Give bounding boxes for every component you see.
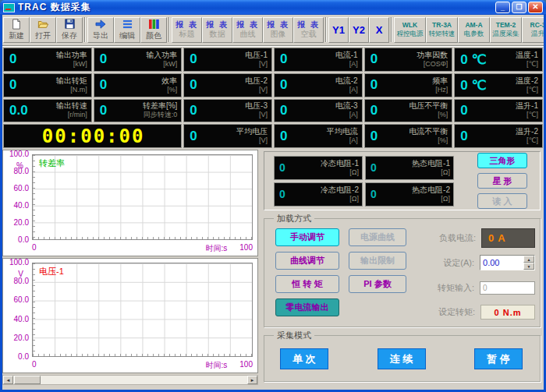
collection-button-2[interactable]: 连 续 [378,348,426,369]
report-button-3[interactable]: 报 表曲线 [232,17,263,43]
set-current-value[interactable]: 0.00 [480,256,523,270]
device-button-2[interactable]: TR-3A转矩转速 [426,17,458,43]
set-current-spinner[interactable]: 0.00 ▲ ▼ [480,255,535,270]
meter-unit: [V] [245,60,268,69]
meter-cell: 0电流-3[A] [274,99,363,123]
meter-unit: [Hz] [432,86,448,94]
resistance-label: 热态电阻-1 [412,159,450,168]
scroll-right-icon[interactable]: ► [247,376,257,384]
resistance-value: 0 [370,188,377,200]
app-icon [3,3,15,12]
color-button[interactable]: 颜色 [140,17,167,43]
spinner-up-icon[interactable]: ▲ [523,256,534,263]
meter-label: 输出功率 [56,51,87,60]
y-tick-label: 100.0 [9,258,29,267]
device-button-line1: RC-3 [530,21,544,30]
y-tick-label: 0.0 [18,352,29,361]
axis-button-y2[interactable]: Y2 [349,17,369,43]
device-button-line2: 电参数 [464,30,484,38]
report-button-line1: 报 表 [206,20,229,30]
report-button-line2: 标题 [179,30,195,40]
open-button-label: 打开 [35,30,51,41]
colors-icon [149,18,159,30]
meter-unit: [A] [335,60,358,69]
report-button-2[interactable]: 报 表数据 [202,17,232,43]
resistance-label-block: 热态电阻-1[Ω] [412,159,450,177]
meter-value: 0.0 [9,103,28,118]
axis-button-y1[interactable]: Y1 [328,17,349,43]
edit-button[interactable]: 编辑 [114,17,140,43]
meter-cell: 0温升-1[℃] [454,99,543,123]
minimize-icon[interactable]: _ [495,2,510,13]
meter-unit: [r/min] [56,111,87,119]
meter-value: 0 [100,51,107,67]
save-button[interactable]: 保存 [56,17,83,43]
device-button-3[interactable]: AM-A电参数 [458,17,490,43]
meter-label-block: 输入功率[kW] [146,51,177,69]
meter-value: 0 [460,129,467,144]
meter-unit: [V] [245,86,268,94]
device-button-5[interactable]: RC-3温升 [522,17,544,43]
meter-label: 频率 [432,76,448,86]
meter-value: 0 [190,103,197,118]
chart-scrollbar[interactable]: ◄ ► [2,375,258,385]
loading-mode-button-4[interactable]: 零电流输出 [275,298,339,316]
plot-area: 电压-1 [32,263,253,357]
meter-unit: [℃] [516,60,538,69]
resistance-buttons: 三角形星 形读 入 [477,153,527,209]
loading-mode-button-2[interactable]: 曲线调节 [275,252,339,270]
meter-cell: 0输出功率[kW] [3,48,92,72]
meter-unit: [N.m] [56,86,87,94]
loading-mode-button-1[interactable]: 手动调节 [275,228,339,246]
y-tick-label: 40.0 [14,315,29,323]
restore-icon[interactable]: ❐ [512,2,526,13]
meter-label-block: 功率因数[COSΦ] [417,51,448,69]
x-tick-start: 0 [32,243,37,254]
right-panel: 0冷态电阻-1[Ω]0热态电阻-1[Ω]0冷态电阻-2[Ω]0热态电阻-2[Ω]… [259,150,544,383]
spinner-down-icon[interactable]: ▼ [523,263,534,270]
plot-area: 转差率 [32,154,253,240]
x-axis-label: 时间:s [206,360,228,371]
device-button-1[interactable]: WLK程控电源 [394,17,426,43]
meter-label-block: 效率[%] [161,76,177,94]
collection-button-3[interactable]: 暂 停 [474,348,523,369]
axis-button-x[interactable]: X [369,17,389,43]
meter-value: 0 [370,103,378,118]
scrollbar-thumb[interactable] [14,376,41,384]
close-icon[interactable]: ✕ [528,2,543,13]
loading-aux-button-3[interactable]: PI 参数 [349,275,406,293]
resistance-grid: 0冷态电阻-1[Ω]0热态电阻-1[Ω]0冷态电阻-2[Ω]0热态电阻-2[Ω] [274,156,454,207]
report-button-5[interactable]: 报 表空载 [293,17,324,43]
toolbar: 新建 打开 保存 导出 [2,15,544,44]
meter-unit: [℃] [516,111,538,119]
x-tick-end: 100 [239,243,253,254]
meter-value: 0 ℃ [460,77,486,94]
meter-label: 电压-3 [245,101,268,111]
client-area: 新建 打开 保存 导出 [2,15,544,390]
meter-unit: 同步转速:0 [143,111,177,119]
device-button-4[interactable]: TEM-2温度采集 [490,17,522,43]
new-button-label: 新建 [9,30,24,41]
meter-unit: [A] [335,86,358,94]
meter-label-block: 温升-2[℃] [516,127,538,145]
resistance-cell: 0冷态电阻-1[Ω] [274,156,363,180]
report-button-1[interactable]: 报 表标题 [172,17,202,43]
collection-button-1[interactable]: 单 次 [280,348,328,369]
scroll-left-icon[interactable]: ◄ [3,376,13,384]
resistance-button-2[interactable]: 星 形 [477,173,527,189]
device-button-line1: TEM-2 [496,21,516,30]
meter-value: 0 [190,51,197,67]
open-button[interactable]: 打开 [30,17,56,43]
report-button-4[interactable]: 报 表图像 [263,17,293,43]
new-button[interactable]: 新建 [3,17,30,43]
meter-label-block: 输出转矩[N.m] [56,76,87,94]
set-torque-label: 设定转矩: [424,306,475,318]
resistance-button-1[interactable]: 三角形 [477,153,527,168]
resistance-label-block: 冷态电阻-1[Ω] [321,159,359,177]
loading-mode-button-3[interactable]: 恒 转 矩 [275,275,339,293]
resistance-cell: 0热态电阻-1[Ω] [365,156,454,180]
meter-value: 0 [370,129,378,144]
resistance-value: 0 [279,161,285,174]
export-button[interactable]: 导出 [87,17,114,43]
torque-input-field[interactable]: 0 [480,281,535,295]
